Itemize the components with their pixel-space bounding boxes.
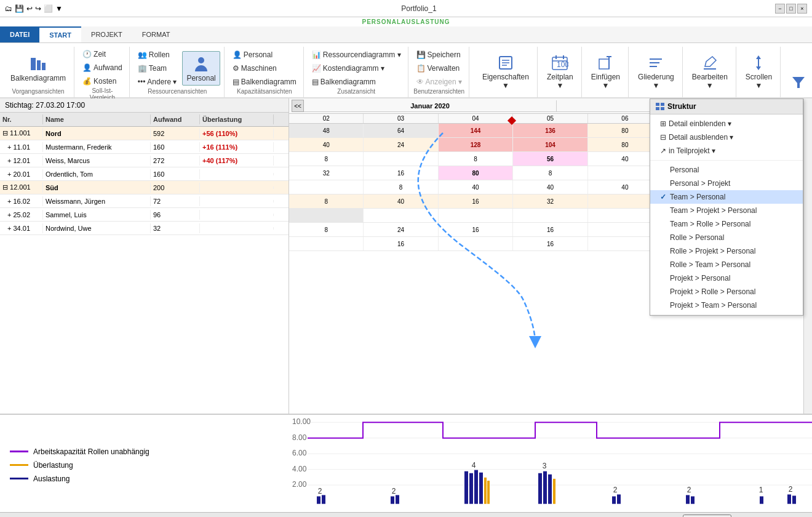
misc-icon2[interactable]: ▼ <box>55 4 63 13</box>
balken-zusatz-button[interactable]: ▤ Balkendiagramm <box>309 76 404 88</box>
gliederung-icon <box>646 53 666 73</box>
detail-einblenden-icon: ⊞ <box>660 119 666 128</box>
group-zusatz: 📊 Ressourcendiagramm ▾ 📈 Kostendiagramm … <box>305 47 408 97</box>
balken-kap-label: Balkendiagramm <box>241 78 297 86</box>
personal-ressourcen-icon <box>191 54 211 74</box>
zeitplan-button[interactable]: 100 Zeitplan▼ <box>543 50 578 93</box>
detail-einblenden-item[interactable]: ⊞ Detail einblenden ▾ <box>650 117 803 130</box>
kosten-button[interactable]: 💰 Kosten <box>79 75 125 87</box>
struktur-dropdown: Struktur ⊞ Detail einblenden ▾ ⊟ Detail … <box>650 98 803 316</box>
cell-aufwand: 272 <box>151 156 200 166</box>
cell-ueberlastung: +16 (111%) <box>200 142 274 152</box>
week-04: 04 <box>439 114 513 123</box>
filter-icon <box>789 72 808 92</box>
cell-nr: + 20.01 <box>0 169 43 179</box>
ressourcendiagramm-button[interactable]: 📊 Ressourcendiagramm ▾ <box>309 49 404 61</box>
balken-kap-button[interactable]: ▤ Balkendiagramm <box>229 76 300 88</box>
projekt-rolle-personal-item[interactable]: Projekt > Rolle > Personal <box>650 285 803 299</box>
kapazitaet-label: Kapazitätsansichten <box>237 88 292 96</box>
rolle-personal-label: Rolle > Personal <box>670 233 724 242</box>
stichtag-text: Stichtag: 27.03.20 17:00 <box>5 101 85 110</box>
table-row[interactable]: + 12.01 Weiss, Marcus 272 +40 (117%) <box>0 154 289 167</box>
table-row[interactable]: + 20.01 Ordentlich, Tom 160 <box>0 167 289 181</box>
cell-ueberlastung <box>200 200 274 202</box>
team-rolle-personal-item[interactable]: Team > Rolle > Personal <box>650 217 803 231</box>
tab-projekt[interactable]: PROJEKT <box>81 26 132 42</box>
table-row[interactable]: + 11.01 Mustermann, Frederik 160 +16 (11… <box>0 140 289 154</box>
table-row[interactable]: ⊟ 12.001 Süd 200 <box>0 181 289 194</box>
chart-content: Arbeitskapazität Rollen unabhängig Überl… <box>0 415 812 515</box>
projekt-personal-item[interactable]: Projekt > Personal <box>650 271 803 285</box>
team-personal-item[interactable]: ✓ Team > Personal <box>650 190 803 204</box>
personal-item[interactable]: Personal <box>650 163 803 177</box>
chart-legend: Arbeitskapazität Rollen unabhängig Überl… <box>0 415 289 515</box>
team-projekt-personal-item[interactable]: Team > Projekt > Personal <box>650 204 803 217</box>
projekt-team-personal-item[interactable]: Projekt > Team > Personal <box>650 299 803 312</box>
rolle-projekt-personal-item[interactable]: Rolle > Projekt > Personal <box>650 244 803 258</box>
scrollen-button[interactable]: Scrollen▼ <box>741 50 776 93</box>
eigenschaften-button[interactable]: Eigenschaften▼ <box>478 50 533 93</box>
team-icon: 🏢 <box>138 64 147 73</box>
table-row[interactable]: + 34.01 Nordwind, Uwe 32 <box>0 222 289 235</box>
group-gliederung: Gliederung▼ <box>630 47 683 97</box>
einfuegen-button[interactable]: Einfügen▼ <box>587 50 624 93</box>
legend-label-arbeitskapazitat: Arbeitskapazität Rollen unabhängig <box>33 447 149 456</box>
verwalten-button[interactable]: 📋 Verwalten <box>413 62 465 74</box>
rollen-button[interactable]: 👥 Rollen <box>135 49 180 61</box>
balkendiagramm-button[interactable]: Balkendiagramm <box>6 51 70 86</box>
eigenschaften-icon <box>496 53 515 73</box>
redo-icon[interactable]: ↪ <box>35 4 41 13</box>
zeit-button[interactable]: 🕐 Zeit <box>79 48 125 60</box>
svg-rect-13 <box>599 59 609 69</box>
nav-left-button[interactable]: << <box>292 100 304 112</box>
andere-button[interactable]: ••• Andere ▾ <box>135 76 180 88</box>
anzeigen-button[interactable]: 👁 Anzeigen ▾ <box>413 76 465 88</box>
legend-arbeitskapazitat: Arbeitskapazität Rollen unabhängig <box>10 447 279 456</box>
close-button[interactable]: × <box>797 4 807 14</box>
save-icon[interactable]: 💾 <box>15 4 24 13</box>
table-row[interactable]: ⊟ 11.001 Nord 592 +56 (110%) <box>0 127 289 140</box>
misc-icon[interactable]: ⬜ <box>44 4 53 13</box>
rolle-personal-item[interactable]: Rolle > Personal <box>650 231 803 244</box>
minimize-button[interactable]: − <box>775 4 785 14</box>
tab-start[interactable]: START <box>39 26 81 42</box>
balken-zusatz-icon: ▤ <box>312 78 319 86</box>
gantt-cell <box>513 209 587 222</box>
tab-datei[interactable]: DATEI <box>0 26 39 42</box>
window-controls[interactable]: − □ × <box>775 4 807 14</box>
header-aufwand: Aufwand <box>151 114 200 124</box>
kostendiagramm-button[interactable]: 📈 Kostendiagramm ▾ <box>309 62 404 74</box>
bearbeiten-button[interactable]: Bearbeiten▼ <box>688 50 732 93</box>
personal-projekt-item[interactable]: Personal > Projekt <box>650 177 803 190</box>
table-row[interactable]: + 25.02 Sammel, Luis 96 <box>0 208 289 222</box>
svg-text:3: 3 <box>543 461 547 470</box>
rolle-team-personal-item[interactable]: Rolle > Team > Personal <box>650 258 803 271</box>
in-teilprojekt-item[interactable]: ↗ in Teilprojekt ▾ <box>650 144 803 158</box>
scrollen-content: Scrollen▼ <box>741 48 776 95</box>
team-projekt-personal-label: Team > Projekt > Personal <box>670 206 757 215</box>
personal-kap-button[interactable]: 👤 Personal <box>229 49 300 61</box>
gantt-cell: 104 <box>513 138 587 151</box>
table-header: Nr. Name Aufwand Überlastung <box>0 113 289 127</box>
team-button[interactable]: 🏢 Team <box>135 62 180 74</box>
maximize-button[interactable]: □ <box>786 4 796 14</box>
table-row[interactable]: + 16.02 Weissmann, Jürgen 72 <box>0 194 289 208</box>
svg-text:2.00: 2.00 <box>292 480 307 489</box>
right-scrollbar[interactable] <box>803 98 812 414</box>
cell-ueberlastung <box>200 214 274 216</box>
cell-name: Weissmann, Jürgen <box>43 196 151 206</box>
vorgangsansichten-content: Balkendiagramm <box>6 48 70 88</box>
svg-text:10.00: 10.00 <box>292 417 311 426</box>
personal-ressourcen-button[interactable]: Personal <box>182 51 220 86</box>
filter-button[interactable] <box>784 69 812 95</box>
aufwand-button[interactable]: 👤 Aufwand <box>79 62 125 74</box>
svg-text:6.00: 6.00 <box>292 449 307 457</box>
undo-icon[interactable]: ↩ <box>26 4 33 13</box>
detail-ausblenden-item[interactable]: ⊟ Detail ausblenden ▾ <box>650 130 803 144</box>
maschinen-button[interactable]: ⚙ Maschinen <box>229 62 300 74</box>
gliederung-button[interactable]: Gliederung▼ <box>634 50 679 93</box>
in-teilprojekt-icon: ↗ <box>660 146 666 155</box>
gantt-cell: 16 <box>513 237 587 250</box>
speichern-button[interactable]: 💾 Speichern <box>413 49 465 61</box>
tab-format[interactable]: FORMAT <box>132 26 180 42</box>
